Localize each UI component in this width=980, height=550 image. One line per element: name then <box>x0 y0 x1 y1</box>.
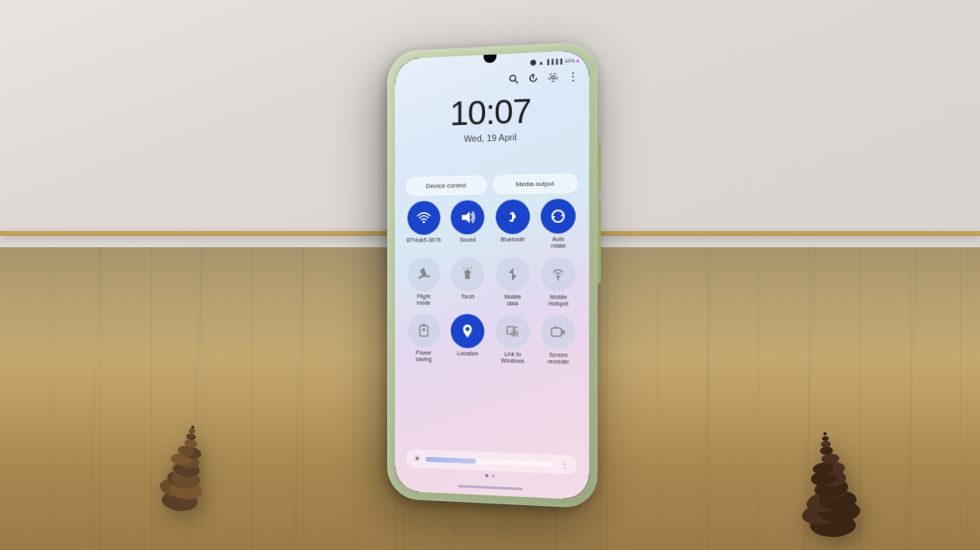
svg-point-15 <box>191 425 195 429</box>
linkwindows-tile[interactable]: Link toWindows <box>492 314 532 366</box>
power-icon[interactable] <box>528 72 539 84</box>
brightness-bar[interactable] <box>425 456 555 466</box>
pine-cone-right <box>768 379 898 517</box>
more-options-icon[interactable]: ⋮ <box>568 70 579 82</box>
torch-tile-icon <box>451 257 484 291</box>
torch-tile[interactable]: Torch <box>448 257 488 308</box>
bluetooth-status-icon: ⬤ <box>530 59 537 65</box>
phone-body: ⬤ ▲ ▐▐▐▐ 10% <box>387 42 598 509</box>
quick-settings-grid: BTHub5-3676 Sound <box>404 198 579 372</box>
clock-date: Wed, 19 April <box>395 130 590 145</box>
phone: ⬤ ▲ ▐▐▐▐ 10% <box>387 42 598 509</box>
svg-marker-45 <box>466 269 470 271</box>
sound-tile-label: Sound <box>460 237 476 243</box>
flightmode-tile-label: Flightmode <box>416 293 430 307</box>
sound-tile[interactable]: Sound <box>448 200 488 251</box>
autorotate-tile[interactable]: Autorotate <box>538 198 579 250</box>
powersaving-tile[interactable]: Powersaving <box>404 313 443 364</box>
flightmode-tile-icon <box>408 257 440 291</box>
svg-point-63 <box>555 326 557 327</box>
brightness-menu-icon[interactable]: ⋮ <box>560 459 568 469</box>
linkwindows-tile-label: Link toWindows <box>501 351 523 365</box>
home-indicator[interactable] <box>458 485 523 490</box>
mobiledata-tile-label: Mobiledata <box>504 294 521 308</box>
mobiledata-tile-icon <box>496 257 530 291</box>
brightness-fill <box>425 456 477 463</box>
scene: ⬤ ▲ ▐▐▐▐ 10% <box>0 0 980 550</box>
bluetooth-tile-icon <box>496 199 530 234</box>
svg-marker-40 <box>462 211 470 223</box>
screenrecorder-tile-icon <box>541 314 576 349</box>
sound-tile-icon <box>451 200 484 234</box>
brightness-area: ☀ ⋮ <box>406 449 577 474</box>
screen: ⬤ ▲ ▐▐▐▐ 10% <box>395 50 590 500</box>
screenrecorder-tile[interactable]: Screenrecorder <box>538 314 579 366</box>
svg-rect-61 <box>552 327 562 335</box>
screenrecorder-tile-label: Screenrecorder <box>547 352 569 366</box>
svg-point-32 <box>823 432 826 435</box>
svg-point-37 <box>551 76 555 79</box>
screen-outer: ⬤ ▲ ▐▐▐▐ 10% <box>395 50 590 500</box>
quick-settings-row-2: Flightmode <box>404 256 579 308</box>
wifi-tile[interactable]: BTHub5-3676 <box>404 201 443 251</box>
svg-rect-44 <box>465 271 471 273</box>
svg-line-48 <box>464 268 465 268</box>
device-control-button[interactable]: Device control <box>406 175 487 196</box>
hotspot-tile[interactable]: MobileHotspot <box>538 256 579 308</box>
powersaving-tile-label: Powersaving <box>416 349 431 363</box>
powersaving-tile-icon <box>408 313 440 348</box>
brightness-row: ☀ ⋮ <box>406 449 577 474</box>
svg-line-34 <box>514 80 518 83</box>
page-dot-2 <box>492 474 495 477</box>
svg-point-30 <box>821 441 831 448</box>
mobiledata-tile[interactable]: Mobiledata <box>492 257 532 308</box>
svg-point-38 <box>549 73 557 82</box>
clock-section: 10:07 Wed, 19 April <box>395 91 590 145</box>
flightmode-tile[interactable]: Flightmode <box>404 257 443 307</box>
svg-rect-43 <box>466 273 470 279</box>
torch-tile-label: Torch <box>461 294 474 300</box>
svg-rect-53 <box>421 324 425 326</box>
signal-icon: ▐▐▐▐ <box>546 59 563 64</box>
svg-line-47 <box>471 268 472 268</box>
svg-point-14 <box>189 428 196 434</box>
svg-point-31 <box>822 436 828 441</box>
brightness-sun-icon: ☀ <box>413 454 421 463</box>
hotspot-tile-label: MobileHotspot <box>548 294 568 308</box>
hotspot-tile-icon <box>541 256 576 291</box>
bluetooth-tile[interactable]: Bluetooth <box>492 199 532 251</box>
svg-marker-60 <box>516 326 518 328</box>
wifi-tile-icon <box>408 201 440 235</box>
status-icons: ⬤ ▲ ▐▐▐▐ 10% <box>530 57 579 66</box>
media-output-button[interactable]: Media output <box>493 174 577 194</box>
linkwindows-tile-icon <box>496 314 530 349</box>
settings-icon[interactable] <box>547 71 559 83</box>
quick-settings-row-1: BTHub5-3676 Sound <box>404 198 579 251</box>
location-tile[interactable]: Location <box>448 313 488 364</box>
battery-dot <box>577 60 579 62</box>
clock-time: 10:07 <box>395 91 590 132</box>
wifi-status-icon: ▲ <box>538 59 544 64</box>
svg-point-39 <box>422 220 425 223</box>
quick-settings-row-3: Powersaving Location <box>404 313 579 366</box>
page-dot-1 <box>485 474 488 477</box>
location-tile-icon <box>451 313 484 348</box>
autorotate-tile-label: Autorotate <box>551 236 566 250</box>
page-dots <box>485 474 495 478</box>
wifi-tile-label: BTHub5-3676 <box>407 237 441 244</box>
bluetooth-tile-label: Bluetooth <box>501 237 525 244</box>
quick-buttons-row: Device control Media output <box>406 174 577 196</box>
battery-text: 10% <box>565 58 575 64</box>
autorotate-tile-icon <box>541 198 576 233</box>
svg-point-50 <box>557 275 560 278</box>
svg-rect-58 <box>511 330 519 336</box>
pine-cone-left <box>131 387 229 501</box>
location-tile-label: Location <box>457 350 479 357</box>
search-icon[interactable] <box>508 73 519 85</box>
